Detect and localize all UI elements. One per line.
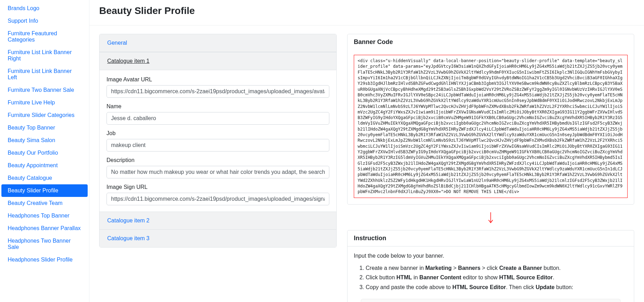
sidebar-item[interactable]: Furniture Live Help [1,96,88,109]
sidebar-item[interactable]: Furniture Feautured Categories [1,27,88,46]
sidebar-item[interactable]: Headphones Slider Profile [1,253,88,266]
sidebar-item[interactable]: Headphones Two Banner Sale [1,235,88,253]
instruction-step: Create a new banner in Marketing > Banne… [366,264,628,273]
label-description: Description [107,157,329,163]
arrow-down-icon [347,212,634,225]
instruction-step: Copy and paste the code above to HTML So… [366,283,628,292]
input-description[interactable] [107,166,329,178]
sidebar-item[interactable]: Brands Logo [1,2,88,15]
sidebar-item[interactable]: Beauty Top Banner [1,121,88,134]
label-image-avatar-url: Image Avatar URL [107,76,329,83]
form-accordion: General Catalogue item 1 Image Avatar UR… [99,34,337,248]
main-content: Beauty Slider Profile General Catalogue … [89,0,644,302]
input-image-sign-url[interactable] [107,193,329,205]
accordion-tab-item-2[interactable]: Catalogue item 2 [100,212,336,229]
sidebar-item[interactable]: Headphones Top Banner [1,209,88,222]
sidebar-item[interactable]: Headphones Banner Parallax [1,222,88,235]
sidebar-item[interactable]: Furniture Two Banner Sale [1,84,88,96]
banner-code-panel: Banner Code <div class="u-hiddenVisually… [347,34,634,205]
instruction-steps: Create a new banner in Marketing > Banne… [354,264,628,292]
instruction-step: Click button HTML in Banner Content edit… [366,273,628,282]
accordion-body-item-1: Image Avatar URL Name Job Descri [100,70,336,212]
accordion-tab-item-3[interactable]: Catalogue item 3 [100,230,336,247]
sidebar-item[interactable]: Beauty Creative Team [1,197,88,209]
banner-code-box[interactable]: <div class="u-hiddenVisually" data-local… [354,55,628,198]
instruction-panel: Instruction Input the code below to your… [347,230,634,302]
label-image-sign-url: Image Sign URL [107,184,329,190]
sidebar-item[interactable]: Support Info [1,15,88,27]
instruction-title: Instruction [347,230,634,246]
accordion-tab-item-1[interactable]: Catalogue item 1 [100,52,336,70]
instruction-intro: Input the code below to your banner. [354,253,628,259]
input-job[interactable] [107,139,329,152]
banner-details-preview: Banner Details Banner Name: ✱ [361,299,621,302]
sidebar-item[interactable]: Furniture List Link Banner Right [1,46,88,65]
banner-code-title: Banner Code [347,34,634,50]
sidebar-item[interactable]: Beauty Sima Salon [1,134,88,147]
sidebar-item[interactable]: Beauty Our Portfolio [1,147,88,159]
sidebar: Brands LogoSupport InfoFurniture Feautur… [0,0,89,302]
input-image-avatar-url[interactable] [107,85,329,98]
label-job: Job [107,130,329,137]
sidebar-item[interactable]: Furniture List Link Banner Left [1,65,88,84]
sidebar-item[interactable]: Beauty Appointment [1,159,88,172]
page-title: Beauty Slider Profile [89,0,644,25]
accordion-tab-general[interactable]: General [100,34,336,52]
sidebar-item[interactable]: Furniture Slider Categories [1,109,88,121]
label-name: Name [107,103,329,110]
input-name[interactable] [107,112,329,125]
sidebar-item[interactable]: Beauty Slider Profile [1,184,88,197]
sidebar-item[interactable]: Beauty Catalogue [1,172,88,184]
